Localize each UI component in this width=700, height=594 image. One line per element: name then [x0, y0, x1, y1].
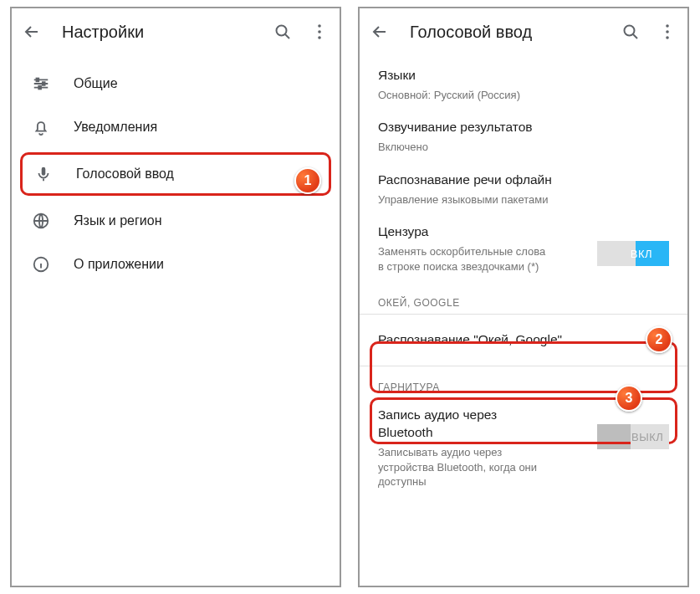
- switch-label: ВКЛ: [631, 248, 661, 260]
- item-notifications[interactable]: Уведомления: [12, 105, 340, 149]
- item-language-region[interactable]: Язык и регион: [12, 199, 340, 243]
- item-primary: Языки: [378, 67, 669, 84]
- svg-rect-6: [38, 86, 41, 90]
- svg-point-2: [318, 30, 321, 33]
- info-icon: [32, 255, 50, 274]
- annotation-badge-3: 3: [616, 385, 642, 412]
- svg-point-12: [666, 30, 669, 33]
- item-primary: Цензура: [378, 223, 589, 241]
- search-icon[interactable]: [621, 22, 641, 42]
- switch-label: ВЫКЛ: [623, 431, 663, 443]
- back-icon[interactable]: [22, 22, 42, 42]
- item-offline[interactable]: Распознавание речи офлайн Управление язы…: [360, 163, 687, 215]
- left-screen: Настройки Общие Уведомления: [10, 7, 341, 587]
- page-title: Настройки: [62, 23, 253, 42]
- item-secondary: Заменять оскорбительные слова в строке п…: [378, 244, 554, 274]
- svg-point-1: [318, 24, 321, 28]
- item-about[interactable]: О приложении: [12, 243, 340, 286]
- mic-icon: [34, 165, 53, 183]
- svg-point-13: [666, 36, 669, 39]
- globe-icon: [32, 212, 50, 230]
- annotation-badge-2: 2: [646, 326, 672, 353]
- svg-point-11: [666, 24, 669, 28]
- item-censor[interactable]: Цензура Заменять оскорбительные слова в …: [360, 215, 687, 282]
- item-label: Общие: [74, 76, 118, 91]
- item-general[interactable]: Общие: [12, 62, 340, 105]
- item-secondary: Записывать аудио через устройства Blueto…: [378, 445, 545, 489]
- search-icon[interactable]: [273, 22, 293, 42]
- more-icon[interactable]: [309, 22, 330, 42]
- item-primary: Запись аудио через Bluetooth: [378, 407, 537, 442]
- item-primary: Распознавание "Окей, Google": [378, 331, 669, 349]
- censor-switch[interactable]: ВКЛ: [597, 241, 669, 266]
- right-screen: Голосовой ввод Языки Основной: Русский (…: [358, 7, 689, 587]
- section-ok-google: ОКЕЙ, GOOGLE: [360, 282, 687, 314]
- item-languages[interactable]: Языки Основной: Русский (Россия): [360, 59, 687, 110]
- bell-icon: [32, 118, 50, 136]
- appbar-left: Настройки: [12, 8, 340, 55]
- voice-settings-list: Языки Основной: Русский (Россия) Озвучив…: [360, 55, 687, 501]
- item-ok-google[interactable]: Распознавание "Окей, Google": [360, 315, 687, 366]
- item-voice-input[interactable]: Голосовой ввод: [20, 152, 331, 196]
- svg-point-0: [277, 26, 287, 36]
- back-icon[interactable]: [370, 22, 390, 42]
- svg-rect-7: [42, 167, 46, 176]
- item-label: О приложении: [74, 257, 164, 272]
- bluetooth-switch[interactable]: ВЫКЛ: [597, 424, 669, 449]
- item-label: Язык и регион: [74, 213, 162, 228]
- item-primary: Распознавание речи офлайн: [378, 172, 669, 189]
- appbar-right: Голосовой ввод: [360, 8, 687, 55]
- svg-rect-4: [37, 79, 39, 82]
- svg-point-10: [625, 26, 635, 36]
- annotation-badge-1: 1: [294, 167, 321, 194]
- item-secondary: Управление языковыми пакетами: [378, 192, 669, 207]
- item-label: Голосовой ввод: [76, 166, 174, 182]
- item-secondary: Включено: [378, 140, 669, 155]
- settings-list: Общие Уведомления Голосовой ввод Язык и …: [12, 55, 340, 293]
- item-primary: Озвучивание результатов: [378, 119, 669, 136]
- item-secondary: Основной: Русский (Россия): [378, 88, 669, 103]
- item-label: Уведомления: [74, 120, 157, 135]
- page-title: Голосовой ввод: [410, 23, 600, 42]
- more-icon[interactable]: [657, 22, 677, 42]
- item-speak-results[interactable]: Озвучивание результатов Включено: [360, 110, 687, 162]
- item-bluetooth[interactable]: Запись аудио через Bluetooth Записывать …: [360, 398, 687, 497]
- svg-point-3: [318, 36, 321, 39]
- svg-rect-5: [43, 82, 45, 85]
- sliders-icon: [32, 74, 50, 93]
